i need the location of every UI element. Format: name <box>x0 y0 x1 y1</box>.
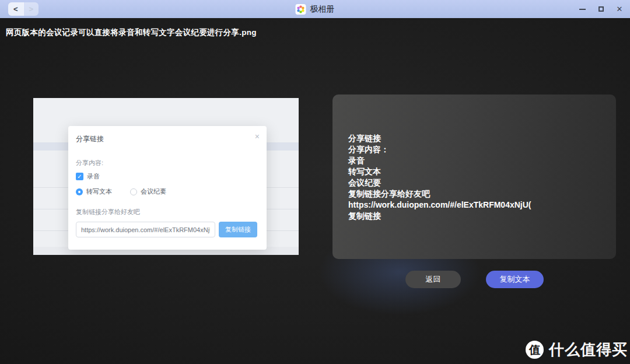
nav-group: < > <box>8 2 38 16</box>
share-url-input <box>76 222 215 237</box>
ocr-line: 复制链接分享给好友吧 <box>348 188 531 200</box>
viewed-screenshot-image: 分享链接 × 分享内容: ✓ 录音 转写文本 会议纪要 复制链接分享给好友吧 复… <box>33 98 299 255</box>
dialog-title: 分享链接 <box>76 134 104 144</box>
dialog-close-icon: × <box>255 132 260 141</box>
transcript-option-label: 转写文本 <box>86 187 112 196</box>
extracted-text-block: 分享链接 分享内容： 录音 转写文本 会议纪要 复制链接分享给好友吧 https… <box>348 133 531 222</box>
forward-nav-button[interactable]: > <box>23 2 39 16</box>
minimize-button[interactable] <box>578 5 587 14</box>
smzdm-watermark: 值 什么值得买 <box>526 340 628 360</box>
minutes-option-label: 会议纪要 <box>141 187 166 196</box>
radio-selected-icon <box>76 188 83 195</box>
maximize-icon <box>598 6 604 12</box>
ocr-line: 会议纪要 <box>348 177 531 188</box>
recording-checkbox-row: ✓ 录音 <box>76 172 100 181</box>
extracted-text-panel: 分享链接 分享内容： 录音 转写文本 会议纪要 复制链接分享给好友吧 https… <box>332 94 616 259</box>
copy-link-button-in-image: 复制链接 <box>219 222 257 237</box>
copy-link-hint-label: 复制链接分享给好友吧 <box>76 208 140 216</box>
close-icon: ✕ <box>617 5 623 13</box>
return-button[interactable]: 返回 <box>405 271 461 288</box>
minimize-icon <box>579 9 586 10</box>
ocr-line: 转写文本 <box>348 166 531 177</box>
chevron-left-icon: < <box>13 5 18 13</box>
share-link-dialog-in-image: 分享链接 × 分享内容: ✓ 录音 转写文本 会议纪要 复制链接分享给好友吧 复… <box>68 126 267 250</box>
app-title-area: 极相册 <box>296 0 335 18</box>
titlebar: < > 极相册 ✕ <box>0 0 630 18</box>
share-content-label: 分享内容: <box>76 159 103 167</box>
ocr-line: 录音 <box>348 155 531 166</box>
copy-text-button[interactable]: 复制文本 <box>486 271 544 288</box>
maximize-button[interactable] <box>596 5 606 14</box>
window-controls: ✕ <box>578 0 624 18</box>
ocr-line: 分享内容： <box>348 144 531 155</box>
ocr-line-url: https://work.duiopen.com/#/elExTkRFM04xN… <box>348 200 531 211</box>
recording-option-label: 录音 <box>87 172 100 181</box>
chevron-right-icon: > <box>29 5 33 13</box>
ocr-line: 分享链接 <box>348 133 531 144</box>
app-title: 极相册 <box>310 4 335 15</box>
ocr-line: 复制链接 <box>348 211 531 222</box>
share-type-radio-row: 转写文本 会议纪要 <box>76 187 166 196</box>
content-area: 网页版本的会议记录可以直接将录音和转写文字会议纪要进行分享.png 分享链接 ×… <box>0 18 630 364</box>
smzdm-badge-icon: 值 <box>526 341 544 359</box>
smzdm-brand-text: 什么值得买 <box>549 340 628 360</box>
radio-unselected-icon <box>130 188 137 195</box>
app-logo-icon <box>296 4 306 15</box>
close-button[interactable]: ✕ <box>615 5 624 14</box>
url-row: 复制链接 <box>76 222 257 237</box>
image-filename: 网页版本的会议记录可以直接将录音和转写文字会议纪要进行分享.png <box>6 27 257 38</box>
checkbox-checked-icon: ✓ <box>76 173 83 180</box>
back-nav-button[interactable]: < <box>8 2 23 16</box>
